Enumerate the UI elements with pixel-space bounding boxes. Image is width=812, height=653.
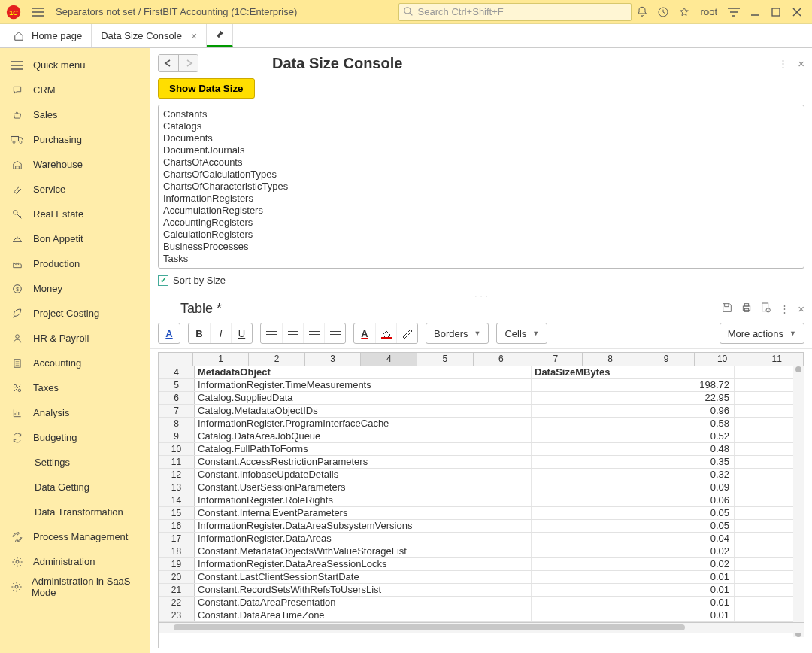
- cell-metadata-object[interactable]: Constant.DataAreaTimeZone: [195, 609, 532, 621]
- table-row[interactable]: 23Constant.DataAreaTimeZone0.01: [159, 609, 804, 622]
- row-header[interactable]: 7: [159, 405, 195, 417]
- type-item[interactable]: Catalogs: [163, 120, 799, 132]
- table-row[interactable]: 17InformationRegister.DataAreas0.04: [159, 533, 804, 545]
- row-header[interactable]: 15: [159, 507, 195, 519]
- table-row[interactable]: 5InformationRegister.TimeMeasurements198…: [159, 379, 804, 392]
- type-item[interactable]: Documents: [163, 132, 799, 144]
- cell-data-size[interactable]: 0.01: [532, 584, 735, 596]
- column-header[interactable]: 11: [750, 353, 804, 366]
- row-header[interactable]: 22: [159, 597, 195, 609]
- sidebar-item-taxes[interactable]: Taxes: [0, 375, 150, 400]
- row-header[interactable]: 8: [159, 418, 195, 430]
- borders-dropdown[interactable]: Borders▼: [426, 323, 488, 343]
- column-header[interactable]: 3: [305, 353, 362, 366]
- cell-metadata-object[interactable]: Constant.LastClientSessionStartDate: [195, 571, 532, 583]
- column-header[interactable]: 6: [474, 353, 530, 366]
- table-row[interactable]: 6Catalog.SuppliedData22.95: [159, 392, 804, 405]
- cell-data-size[interactable]: 0.05: [532, 520, 735, 532]
- cell-data-size[interactable]: 22.95: [532, 392, 735, 404]
- table-close-icon[interactable]: ×: [798, 302, 804, 315]
- sidebar-item-bon-appetit[interactable]: Bon Appetit: [0, 226, 150, 251]
- tab-pinned[interactable]: [207, 24, 233, 47]
- align-right-button[interactable]: [303, 323, 324, 343]
- align-justify-button[interactable]: [324, 323, 345, 343]
- cell-metadata-object[interactable]: InformationRegister.RoleRights: [195, 494, 532, 506]
- table-row[interactable]: 19InformationRegister.DataAreaSessionLoc…: [159, 558, 804, 571]
- nav-back-button[interactable]: [159, 55, 178, 71]
- column-header[interactable]: 5: [417, 353, 474, 366]
- show-data-size-button[interactable]: Show Data Size: [158, 78, 255, 99]
- table-menu-icon[interactable]: ⋮: [780, 303, 790, 314]
- print-icon[interactable]: [741, 302, 753, 316]
- type-item[interactable]: ChartsOfCharacteristicTypes: [163, 181, 799, 193]
- column-header[interactable]: 7: [529, 353, 583, 366]
- tab-data-size-console[interactable]: Data Size Console ×: [92, 24, 207, 47]
- row-header[interactable]: 21: [159, 584, 195, 596]
- row-header[interactable]: 18: [159, 545, 195, 557]
- bell-icon[interactable]: [634, 4, 650, 20]
- cell-data-size[interactable]: 0.01: [532, 571, 735, 583]
- horizontal-scrollbar[interactable]: [159, 622, 804, 633]
- sidebar-item-data-getting[interactable]: Data Getting: [0, 475, 150, 500]
- cell-data-size[interactable]: 0.35: [532, 456, 735, 468]
- row-header[interactable]: 20: [159, 571, 195, 583]
- cell-metadata-object[interactable]: InformationRegister.DataAreas: [195, 533, 532, 545]
- sidebar-item-accounting[interactable]: Accounting: [0, 351, 150, 375]
- column-header[interactable]: 10: [695, 353, 751, 366]
- cell-metadata-object[interactable]: Constant.InfobaseUpdateDetails: [195, 469, 532, 481]
- minimize-icon[interactable]: [747, 4, 763, 20]
- cell-data-size[interactable]: 0.05: [532, 507, 735, 519]
- row-header[interactable]: 19: [159, 558, 195, 570]
- save-icon[interactable]: [721, 302, 733, 316]
- type-item[interactable]: Constants: [163, 108, 799, 120]
- table-row[interactable]: 15Constant.InternalEventParameters0.05: [159, 507, 804, 520]
- table-row[interactable]: 12Constant.InfobaseUpdateDetails0.32: [159, 469, 804, 481]
- sidebar-item-settings[interactable]: Settings: [0, 450, 150, 475]
- type-item[interactable]: ChartsOfAccounts: [163, 156, 799, 169]
- splitter-handle[interactable]: · · ·: [150, 292, 812, 298]
- row-header[interactable]: 14: [159, 494, 195, 506]
- sidebar-item-process-management[interactable]: Process Management: [0, 524, 150, 549]
- type-item[interactable]: AccumulationRegisters: [163, 205, 799, 217]
- row-header[interactable]: 6: [159, 392, 195, 404]
- cell-data-size[interactable]: 0.01: [532, 597, 735, 609]
- tab-home[interactable]: Home page: [5, 24, 92, 47]
- row-header[interactable]: 5: [159, 379, 195, 391]
- panel-menu-icon[interactable]: ⋮: [778, 58, 789, 69]
- close-window-icon[interactable]: [789, 4, 805, 20]
- table-row[interactable]: 11Constant.AccessRestrictionParameters0.…: [159, 456, 804, 469]
- cell-metadata-object[interactable]: Constant.RecordSetsWithRefsToUsersList: [195, 584, 532, 596]
- cell-metadata-object[interactable]: Constant.InternalEventParameters: [195, 507, 532, 519]
- row-header[interactable]: 13: [159, 481, 195, 494]
- table-row[interactable]: 10Catalog.FullPathToForms0.48: [159, 443, 804, 456]
- fill-color-button[interactable]: [375, 323, 396, 343]
- table-row[interactable]: 7Catalog.MetadataObjectIDs0.96: [159, 405, 804, 418]
- star-icon[interactable]: [676, 4, 692, 20]
- cell-metadata-object[interactable]: Catalog.DataAreaJobQueue: [195, 430, 532, 442]
- cell-data-size[interactable]: 0.02: [532, 545, 735, 557]
- type-item[interactable]: Tasks: [163, 253, 799, 265]
- type-item[interactable]: DocumentJournals: [163, 144, 799, 156]
- cell-data-size[interactable]: 0.58: [532, 418, 735, 430]
- cell-data-size[interactable]: 0.02: [532, 558, 735, 570]
- sidebar-item-money[interactable]: $Money: [0, 276, 150, 301]
- spreadsheet[interactable]: 1234567891011 4MetadataObjectDataSizeMBy…: [158, 352, 804, 648]
- cell-data-size[interactable]: 0.09: [532, 481, 735, 494]
- cell-metadata-object[interactable]: Constant.DataAreaPresentation: [195, 597, 532, 609]
- sidebar-item-data-transformation[interactable]: Data Transformation: [0, 500, 150, 524]
- sidebar-item-project-costing[interactable]: Project Costing: [0, 301, 150, 326]
- cells-dropdown[interactable]: Cells▼: [497, 323, 547, 343]
- row-header[interactable]: 4: [159, 366, 195, 378]
- preview-icon[interactable]: [760, 302, 772, 316]
- cell-data-size[interactable]: 0.48: [532, 443, 735, 455]
- table-row[interactable]: 20Constant.LastClientSessionStartDate0.0…: [159, 571, 804, 584]
- underline-button[interactable]: U: [231, 323, 252, 343]
- cell-data-size[interactable]: 198.72: [532, 379, 735, 391]
- align-left-button[interactable]: [261, 323, 282, 343]
- row-header[interactable]: 23: [159, 609, 195, 621]
- history-icon[interactable]: [655, 4, 671, 20]
- cell-metadata-object[interactable]: MetadataObject: [195, 366, 532, 378]
- cell-metadata-object[interactable]: InformationRegister.DataAreaSessionLocks: [195, 558, 532, 570]
- cell-data-size[interactable]: 0.52: [532, 430, 735, 442]
- align-center-button[interactable]: [282, 323, 303, 343]
